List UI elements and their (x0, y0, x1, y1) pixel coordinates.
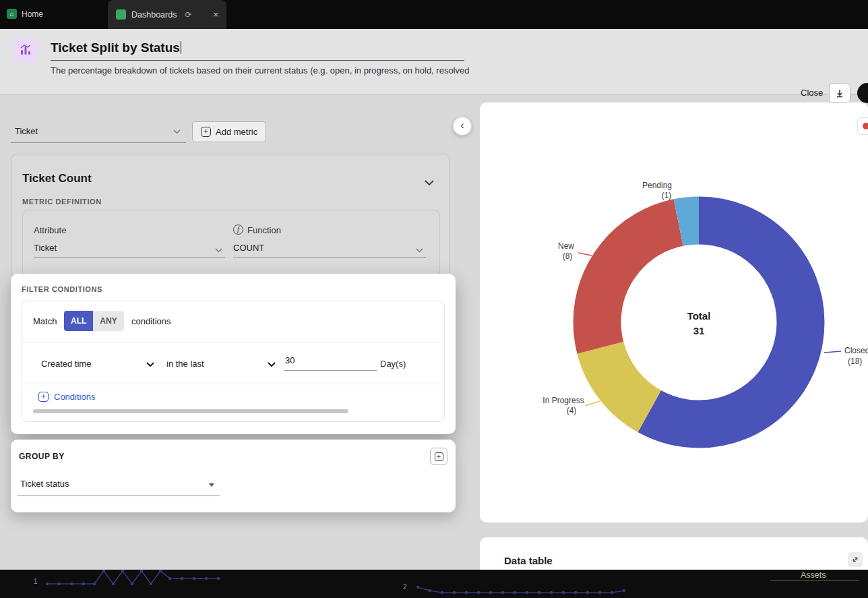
group-by-value: Ticket status (20, 479, 69, 489)
svg-text:Total: Total (687, 310, 711, 322)
divider (22, 342, 444, 342)
attribute-select[interactable] (34, 243, 225, 258)
svg-text:New: New (558, 241, 574, 251)
chevron-down-icon (416, 248, 423, 253)
tab-close-icon[interactable]: × (213, 9, 218, 20)
metric-definition-box: Attribute Ticket ƒ Function COUNT (22, 210, 440, 278)
background-line-chart (27, 570, 229, 598)
svg-text:Pending: Pending (642, 181, 672, 190)
conditions-suffix-label: conditions (131, 316, 171, 326)
function-select[interactable] (233, 243, 426, 258)
horizontal-scrollbar[interactable] (33, 409, 348, 413)
refresh-icon[interactable]: ⟳ (185, 10, 191, 20)
dashboard-icon (116, 9, 126, 20)
attribute-label: Attribute (34, 225, 66, 235)
background-line-chart (377, 570, 633, 598)
chart-type-button-partial[interactable] (857, 117, 868, 135)
text-caret (181, 41, 182, 54)
home-icon: ⌂ (7, 9, 17, 19)
svg-text:(4): (4) (567, 406, 577, 415)
chevron-down-icon (209, 483, 214, 487)
close-button[interactable]: Close (801, 88, 823, 98)
expand-icon (850, 555, 860, 564)
chevron-down-icon (268, 362, 276, 367)
filter-conditions-box: Match ALL ANY conditions Created time in… (22, 301, 445, 422)
svg-text:Closed: Closed (844, 346, 868, 355)
match-all-button[interactable]: ALL (64, 311, 93, 331)
svg-text:(18): (18) (848, 357, 862, 366)
metric-editor-screen: ⌂ Home Dashboards ⟳ × Ticket Split by St… (0, 0, 868, 598)
add-metric-button[interactable]: + Add metric (192, 121, 266, 142)
svg-text:(8): (8) (563, 251, 573, 261)
collapse-metric-icon[interactable] (425, 176, 434, 188)
add-group-by-button[interactable]: + (430, 448, 447, 465)
dataset-select[interactable]: Ticket (11, 121, 186, 143)
table-header-divider (770, 580, 859, 580)
download-button[interactable] (829, 83, 850, 103)
metric-definition-label: METRIC DEFINITION (22, 198, 102, 206)
metric-card-title: Ticket Count (22, 172, 92, 185)
expand-table-button[interactable] (848, 552, 863, 567)
filter-conditions-label: FILTER CONDITIONS (22, 285, 102, 293)
widget-description: The percentage breakdown of tickets base… (51, 65, 489, 76)
donut-chart[interactable]: Closed(18)In Progress(4)New(8)Pending(1)… (480, 102, 868, 522)
function-label: Function (247, 225, 281, 235)
condition-field-select[interactable]: Created time (41, 359, 91, 369)
save-button-partial[interactable] (857, 83, 868, 103)
chevron-down-icon (215, 248, 222, 253)
collapse-panel-button[interactable]: ‹ (453, 117, 472, 136)
match-toggle: ALL ANY (64, 311, 124, 331)
home-button[interactable]: ⌂ Home (7, 9, 43, 19)
browser-topbar: ⌂ Home Dashboards ⟳ × (0, 0, 868, 29)
plus-icon: + (201, 127, 211, 137)
metric-card: Ticket Count METRIC DEFINITION Attribute… (11, 154, 450, 278)
chevron-down-icon (173, 129, 181, 134)
add-condition-label: Conditions (54, 392, 95, 402)
add-condition-button[interactable]: + Conditions (38, 392, 95, 402)
dimmed-dashboard-overlay: 1 2 Assets (0, 570, 868, 598)
editor-header: Ticket Split by Status The percentage br… (0, 29, 868, 95)
widget-title: Ticket Split by Status (51, 40, 180, 55)
svg-text:31: 31 (693, 325, 705, 336)
dataset-value: Ticket (15, 126, 38, 136)
pie-chart-icon (863, 123, 868, 129)
chart-preview-card: Closed(18)In Progress(4)New(8)Pending(1)… (480, 102, 868, 522)
filter-conditions-card: FILTER CONDITIONS Match ALL ANY conditio… (11, 274, 456, 434)
condition-unit-label: Day(s) (380, 359, 406, 369)
plus-icon: + (38, 392, 49, 402)
group-by-card: GROUP BY + Ticket status (11, 440, 456, 512)
data-table-title: Data table (504, 555, 553, 566)
function-icon: ƒ (233, 225, 243, 235)
widget-chart-icon (13, 38, 38, 62)
condition-value-input[interactable]: 30 (284, 354, 377, 371)
plus-icon: + (435, 452, 443, 461)
download-icon (834, 88, 845, 98)
tab-dashboards[interactable]: Dashboards ⟳ × (108, 0, 226, 29)
home-label: Home (22, 9, 43, 19)
condition-operator-select[interactable]: in the last (166, 359, 204, 369)
match-any-button[interactable]: ANY (93, 311, 123, 331)
widget-title-input[interactable]: Ticket Split by Status (51, 40, 464, 61)
match-label: Match (33, 316, 57, 326)
group-by-select[interactable]: Ticket status (18, 475, 220, 496)
assets-column-header: Assets (801, 570, 826, 580)
tab-label: Dashboards (131, 10, 177, 20)
chevron-down-icon (146, 362, 154, 367)
svg-text:(1): (1) (662, 191, 672, 200)
add-metric-label: Add metric (216, 127, 257, 137)
svg-text:In Progress: In Progress (542, 396, 584, 405)
divider (22, 384, 444, 384)
group-by-label: GROUP BY (19, 452, 65, 461)
